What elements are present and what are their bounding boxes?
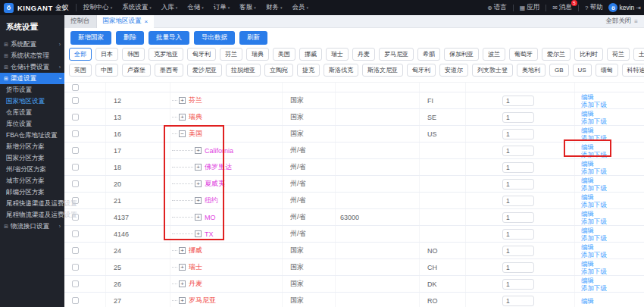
state-name[interactable]: MO bbox=[205, 214, 216, 221]
country-name[interactable]: 瑞士 bbox=[189, 262, 202, 272]
toolbar-button-导出数据[interactable]: 导出数据 bbox=[194, 31, 235, 45]
sort-input[interactable] bbox=[502, 296, 534, 306]
sidebar-item-尾程快递渠道及运费设置[interactable]: 尾程快递渠道及运费设置 bbox=[0, 198, 64, 209]
edit-link[interactable]: 编辑 bbox=[581, 160, 607, 168]
expand-icon[interactable]: + bbox=[179, 247, 186, 254]
edit-link[interactable]: 编辑 bbox=[581, 193, 607, 201]
language-menu[interactable]: ⊕ 语言 bbox=[487, 3, 507, 12]
edit-link[interactable]: 编辑 bbox=[581, 277, 607, 284]
topbar-menu-仓储[interactable]: 仓储▾ bbox=[187, 3, 204, 12]
country-filter-chip-GB[interactable]: GB bbox=[549, 64, 569, 77]
help-menu[interactable]: ? 帮助 bbox=[585, 3, 602, 12]
sidebar-item-系统状态管理[interactable]: ⊞系统状态管理 bbox=[0, 50, 64, 61]
topbar-menu-财务[interactable]: 财务▾ bbox=[266, 3, 283, 12]
sort-input[interactable] bbox=[502, 162, 534, 173]
sort-input[interactable] bbox=[502, 96, 534, 106]
state-name[interactable]: 纽约 bbox=[205, 196, 218, 205]
expand-icon[interactable]: + bbox=[179, 264, 186, 271]
sort-input[interactable] bbox=[502, 229, 534, 240]
expand-icon[interactable]: + bbox=[195, 230, 202, 237]
country-filter-chip-匈牙利[interactable]: 匈牙利 bbox=[187, 48, 216, 61]
country-filter-chip-捷克[interactable]: 捷克 bbox=[297, 64, 320, 77]
country-filter-chip-瑞士[interactable]: 瑞士 bbox=[326, 48, 349, 61]
sidebar-item-国家地区设置[interactable]: 国家地区设置 bbox=[0, 96, 64, 107]
country-filter-chip-韩国[interactable]: 韩国 bbox=[122, 48, 145, 61]
country-name[interactable]: 丹麦 bbox=[189, 279, 202, 289]
add-child-link[interactable]: 添加下级 bbox=[581, 218, 607, 225]
country-filter-chip-全部[interactable]: 全部 bbox=[69, 48, 92, 61]
country-filter-chip-葡萄牙[interactable]: 葡萄牙 bbox=[509, 48, 538, 61]
add-child-link[interactable]: 添加下级 bbox=[581, 284, 607, 292]
topbar-menu-客服[interactable]: 客服▾ bbox=[239, 3, 256, 12]
topbar-menu-系统设置[interactable]: 系统设置▾ bbox=[122, 3, 152, 12]
sidebar-item-州/省分区方案[interactable]: 州/省分区方案 bbox=[0, 164, 64, 175]
row-checkbox[interactable] bbox=[72, 280, 79, 287]
country-name[interactable]: 罗马尼亚 bbox=[189, 296, 216, 305]
country-filter-chip-爱尔兰[interactable]: 爱尔兰 bbox=[542, 48, 571, 61]
sidebar-item-仓库设置[interactable]: 仓库设置 bbox=[0, 107, 64, 118]
expand-icon[interactable]: + bbox=[195, 214, 202, 221]
topbar-menu-订单[interactable]: 订单▾ bbox=[214, 3, 230, 12]
expand-icon[interactable]: + bbox=[179, 280, 186, 287]
edit-link[interactable]: 编辑 bbox=[581, 177, 607, 184]
country-filter-chip-罗马尼亚[interactable]: 罗马尼亚 bbox=[379, 48, 414, 61]
sort-input[interactable] bbox=[502, 112, 534, 123]
add-child-link[interactable]: 添加下级 bbox=[581, 101, 607, 108]
topbar-menu-入库[interactable]: 入库▾ bbox=[161, 3, 178, 12]
state-name[interactable]: 夏威夷 bbox=[205, 179, 225, 189]
expand-icon[interactable]: + bbox=[195, 180, 202, 187]
sidebar-item-渠道设置[interactable]: ⊞渠道设置› bbox=[0, 73, 64, 84]
sidebar-item-城市分区方案[interactable]: 城市分区方案 bbox=[0, 175, 64, 186]
sort-input[interactable] bbox=[502, 279, 534, 290]
sort-input[interactable] bbox=[502, 212, 534, 223]
country-name[interactable]: 芬兰 bbox=[189, 96, 202, 105]
country-filter-chip-美国[interactable]: 美国 bbox=[273, 48, 295, 61]
country-filter-chip-英国[interactable]: 英国 bbox=[69, 64, 92, 77]
row-checkbox[interactable] bbox=[72, 230, 79, 237]
country-filter-chip-US[interactable]: US bbox=[573, 64, 592, 77]
apps-menu[interactable]: ▦ 应用 bbox=[520, 3, 540, 12]
edit-link[interactable]: 编辑 bbox=[581, 143, 607, 151]
sort-input[interactable] bbox=[502, 129, 534, 139]
sidebar-item-国家分区方案[interactable]: 国家分区方案 bbox=[0, 152, 64, 164]
toolbar-button-批量导入[interactable]: 批量导入 bbox=[148, 31, 189, 45]
country-filter-chip-科特迪瓦[interactable]: 科特迪瓦 bbox=[622, 64, 644, 77]
country-filter-chip-立陶宛[interactable]: 立陶宛 bbox=[264, 64, 293, 77]
sort-input[interactable] bbox=[502, 262, 534, 273]
messages-menu[interactable]: ✉ 消息 5 bbox=[552, 3, 572, 12]
country-name[interactable]: 瑞典 bbox=[189, 112, 202, 122]
row-checkbox[interactable] bbox=[72, 164, 79, 171]
row-checkbox[interactable] bbox=[72, 147, 79, 154]
country-filter-chip-挪威[interactable]: 挪威 bbox=[299, 48, 322, 61]
sort-input[interactable] bbox=[502, 246, 534, 256]
country-filter-chip-安道尔[interactable]: 安道尔 bbox=[439, 64, 468, 77]
add-child-link[interactable]: 添加下级 bbox=[581, 184, 607, 192]
edit-link[interactable]: 编辑 bbox=[581, 260, 607, 268]
country-filter-chip-卢森堡[interactable]: 卢森堡 bbox=[122, 64, 151, 77]
expand-icon[interactable]: + bbox=[195, 164, 202, 171]
toolbar-button-删除[interactable]: 删除 bbox=[116, 31, 144, 45]
edit-link[interactable]: 编辑 bbox=[581, 297, 594, 305]
add-child-link[interactable]: 添加下级 bbox=[581, 117, 607, 125]
state-name[interactable]: 佛罗里达 bbox=[205, 162, 232, 172]
country-filter-chip-瑞典[interactable]: 瑞典 bbox=[246, 48, 269, 61]
sidebar-item-仓储计费设置[interactable]: ⊞仓储计费设置› bbox=[0, 61, 64, 73]
country-filter-chip-比利时[interactable]: 比利时 bbox=[574, 48, 603, 61]
sidebar-item-物流接口设置[interactable]: ⊞物流接口设置› bbox=[0, 221, 64, 232]
country-name[interactable]: 美国 bbox=[189, 129, 202, 139]
edit-link[interactable]: 编辑 bbox=[581, 210, 607, 218]
add-child-link[interactable]: 添加下级 bbox=[581, 268, 607, 275]
country-filter-chip-保加利亚[interactable]: 保加利亚 bbox=[444, 48, 479, 61]
row-checkbox[interactable] bbox=[72, 297, 79, 304]
close-icon[interactable]: × bbox=[145, 18, 148, 25]
country-filter-chip-斯洛伐克[interactable]: 斯洛伐克 bbox=[324, 64, 358, 77]
sidebar-item-FBA仓库地址设置[interactable]: FBA仓库地址设置 bbox=[0, 130, 64, 141]
add-child-link[interactable]: 添加下级 bbox=[581, 251, 607, 258]
add-child-link[interactable]: 添加下级 bbox=[581, 151, 607, 158]
tab-console[interactable]: 控制台 bbox=[64, 15, 97, 28]
row-checkbox[interactable] bbox=[72, 247, 79, 254]
topbar-menu-会员[interactable]: 会员▾ bbox=[292, 3, 308, 12]
collapse-icon[interactable]: − bbox=[179, 130, 186, 137]
sidebar-item-尾程物流渠道及运费设置[interactable]: 尾程物流渠道及运费设置 bbox=[0, 209, 64, 221]
expand-icon[interactable]: + bbox=[179, 297, 186, 304]
